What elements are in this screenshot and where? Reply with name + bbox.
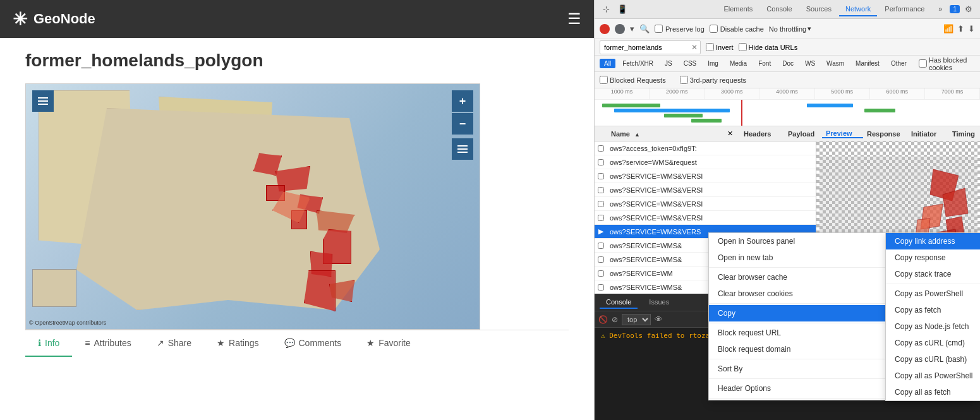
th-payload[interactable]: Payload — [784, 130, 822, 138]
cursor-icon-button[interactable]: ⊹ — [600, 3, 612, 16]
console-context-select[interactable]: top — [622, 314, 651, 325]
blocked-requests-group[interactable]: Blocked Requests 3rd-party requests — [600, 76, 746, 84]
sub-ctx-copy-link[interactable]: Copy link address — [886, 233, 980, 249]
row-checkbox-11[interactable] — [595, 284, 607, 291]
blocked-requests-checkbox[interactable] — [600, 76, 608, 84]
tab-info[interactable]: ℹ Info — [25, 330, 72, 357]
invert-label: Invert — [716, 44, 734, 51]
record-button[interactable] — [600, 24, 610, 34]
row-checkbox-3[interactable] — [595, 173, 607, 179]
th-timing[interactable]: Timing — [948, 130, 980, 138]
disable-cache-checkbox[interactable] — [710, 25, 718, 33]
sub-ctx-copy-curl-bash[interactable]: Copy as cURL (bash) — [886, 351, 980, 368]
map-container[interactable]: + − © OpenStreetMap contributors — [25, 83, 480, 330]
sub-ctx-copy-curl-cmd[interactable]: Copy as cURL (cmd) — [886, 335, 980, 351]
sub-ctx-copy-stack-label: Copy stack trace — [895, 270, 951, 279]
tab-elements[interactable]: Elements — [717, 3, 759, 16]
map-options-button[interactable] — [452, 138, 473, 160]
geonode-panel: ✳ GeoNode ☰ former_homelands_polygon — [0, 0, 594, 420]
row-checkbox-6[interactable] — [595, 215, 607, 221]
row-checkbox-8[interactable] — [595, 243, 607, 249]
console-eye-button[interactable]: 👁 — [655, 315, 663, 324]
throttle-select[interactable]: No throttling ▾ — [769, 25, 811, 33]
sub-ctx-copy-powershell[interactable]: Copy as PowerShell — [886, 285, 980, 302]
stop-record-button[interactable] — [615, 24, 625, 34]
ctx-clear-cache-label: Clear browser cache — [718, 273, 787, 282]
filter-font[interactable]: Font — [754, 59, 775, 68]
tab-performance[interactable]: Performance — [878, 3, 931, 16]
tab-sources[interactable]: Sources — [800, 3, 838, 16]
geonode-header: ✳ GeoNode ☰ — [0, 0, 594, 38]
filter-icon[interactable]: ▾ — [630, 24, 634, 33]
sub-ctx-copy-all-powershell[interactable]: Copy all as PowerShell — [886, 368, 980, 384]
row-checkbox-2[interactable] — [595, 159, 607, 165]
row-checkbox-4[interactable] — [595, 187, 607, 193]
preserve-log-check[interactable]: Preserve log — [655, 25, 705, 33]
tab-network[interactable]: Network — [839, 3, 877, 16]
device-icon-button[interactable]: 📱 — [616, 3, 629, 16]
row-checkbox-9[interactable] — [595, 256, 607, 263]
filter-other[interactable]: Other — [886, 59, 911, 68]
map-zoom-in-button[interactable]: + — [452, 90, 473, 112]
th-headers[interactable]: Headers — [740, 130, 784, 138]
ctx-clear-cookies-label: Clear browser cookies — [718, 289, 793, 298]
devtools-top-tabs: ⊹ 📱 Elements Console Sources Network Per… — [595, 0, 980, 19]
sub-ctx-copy-stack[interactable]: Copy stack trace — [886, 266, 980, 282]
search-bar[interactable]: ✕ — [600, 40, 701, 54]
filter-manifest[interactable]: Manifest — [851, 59, 884, 68]
sub-ctx-copy-all-fetch[interactable]: Copy all as fetch — [886, 384, 980, 400]
tab-ratings[interactable]: ★ Ratings — [204, 330, 271, 357]
tab-share[interactable]: ↗ Share — [144, 330, 204, 357]
hide-data-urls-group[interactable]: Hide data URLs — [739, 43, 798, 51]
map-zoom-out-button[interactable]: − — [452, 113, 473, 135]
filter-doc[interactable]: Doc — [778, 59, 798, 68]
timeline-mark-6000: 6000 ms — [870, 88, 925, 99]
tab-console[interactable]: Console — [760, 3, 798, 16]
extra-filter-row: Blocked Requests 3rd-party requests — [595, 72, 980, 88]
third-party-requests-checkbox[interactable] — [680, 76, 688, 84]
filter-media[interactable]: Media — [725, 59, 751, 68]
map-hamburger-button[interactable] — [32, 90, 54, 112]
has-blocked-cookies-checkbox[interactable] — [919, 59, 927, 68]
disable-cache-check[interactable]: Disable cache — [710, 25, 764, 33]
th-initiator[interactable]: Initiator — [907, 130, 948, 138]
filter-css[interactable]: CSS — [679, 59, 701, 68]
has-blocked-cookies-group[interactable]: Has blocked cookies — [919, 56, 975, 71]
preserve-log-checkbox[interactable] — [655, 25, 663, 33]
sub-ctx-copy-response[interactable]: Copy response — [886, 249, 980, 266]
th-close-button[interactable]: ✕ — [727, 129, 740, 138]
tab-favorite-label: Favorite — [378, 338, 411, 348]
filter-fetch-xhr[interactable]: Fetch/XHR — [618, 59, 658, 68]
console-stop-button[interactable]: ⊘ — [612, 315, 618, 324]
filter-img[interactable]: Img — [703, 59, 723, 68]
sub-ctx-copy-fetch[interactable]: Copy as fetch — [886, 302, 980, 318]
more-tabs-button[interactable]: » — [932, 3, 948, 16]
search-icon[interactable]: 🔍 — [639, 24, 650, 33]
search-clear-button[interactable]: ✕ — [691, 43, 698, 52]
row-checkbox-1[interactable] — [595, 145, 607, 152]
row-checkbox-7[interactable]: ▶ — [595, 227, 607, 236]
filter-all[interactable]: All — [600, 59, 615, 68]
console-clear-button[interactable]: 🚫 — [598, 315, 608, 324]
search-input[interactable] — [604, 44, 691, 51]
bottom-tab-issues[interactable]: Issues — [643, 296, 675, 309]
invert-checkbox[interactable] — [706, 43, 714, 51]
invert-checkbox-group[interactable]: Invert — [706, 43, 734, 51]
hamburger-menu-button[interactable]: ☰ — [567, 10, 581, 28]
filter-ws[interactable]: WS — [801, 59, 820, 68]
th-preview[interactable]: Preview — [822, 129, 863, 138]
row-checkbox-10[interactable] — [595, 270, 607, 277]
tab-comments[interactable]: 💬 Comments — [272, 330, 354, 357]
settings-icon-button[interactable]: ⚙ — [962, 3, 975, 16]
sub-ctx-copy-node-fetch[interactable]: Copy as Node.js fetch — [886, 318, 980, 335]
row-checkbox-5[interactable] — [595, 201, 607, 207]
bottom-tab-console[interactable]: Console — [600, 296, 638, 309]
th-name[interactable]: Name ▲ — [607, 130, 727, 138]
filter-wasm[interactable]: Wasm — [822, 59, 849, 68]
hide-data-urls-checkbox[interactable] — [739, 43, 747, 51]
filter-js[interactable]: JS — [660, 59, 677, 68]
tab-attributes[interactable]: ≡ Attributes — [72, 330, 143, 357]
th-response[interactable]: Response — [863, 130, 907, 138]
tab-ratings-label: Ratings — [229, 338, 258, 348]
tab-favorite[interactable]: ★ Favorite — [354, 330, 423, 357]
